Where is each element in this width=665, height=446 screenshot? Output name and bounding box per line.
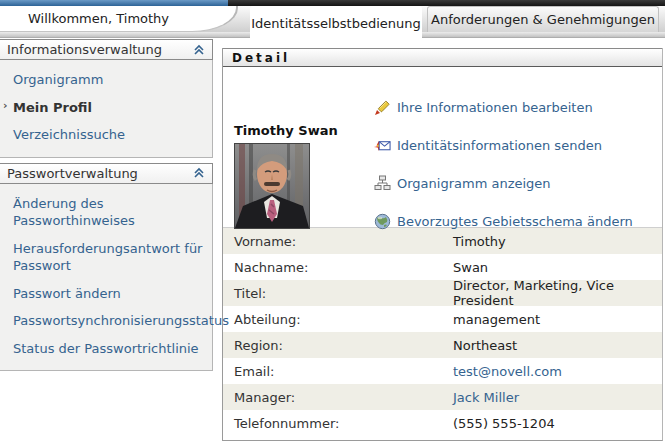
attribute-label: Nachname: bbox=[223, 260, 453, 275]
action-label: Ihre Informationen bearbeiten bbox=[397, 100, 593, 115]
detail-panel-header: Detail bbox=[223, 48, 662, 67]
sidebar-item[interactable]: ›Verzeichnissuche bbox=[0, 121, 212, 149]
sidebar-item[interactable]: ›Passwort ändern bbox=[0, 280, 212, 308]
attribute-value: Director, Marketing, Vice President bbox=[453, 278, 662, 308]
header: Willkommen, Timothy Identitätsselbstbedi… bbox=[0, 6, 665, 32]
org-chart-icon bbox=[373, 174, 391, 192]
attribute-row: Telefonnummer: (555) 555-1204 bbox=[223, 410, 662, 436]
attribute-row: Email: test@novell.com bbox=[223, 358, 662, 384]
attribute-row: Abteilung: management bbox=[223, 306, 662, 332]
action-link[interactable]: Bevorzugtes Gebietsschema ändern bbox=[373, 211, 633, 231]
sidebar-item-label: Passwort ändern bbox=[13, 286, 121, 301]
profile-actions: Ihre Informationen bearbeiten Identitäts… bbox=[373, 97, 633, 249]
sidebar-section: Informationsverwaltung ›Organigramm ›Mei… bbox=[0, 39, 213, 158]
attribute-value: (555) 555-1204 bbox=[453, 416, 662, 431]
globe-icon bbox=[373, 212, 391, 230]
sidebar-section-items: ›Organigramm ›Mein Profil ›Verzeichnissu… bbox=[0, 60, 213, 158]
tab-label: Anforderungen & Genehmigungen bbox=[431, 12, 655, 27]
chevron-double-up-icon[interactable] bbox=[192, 166, 206, 180]
sidebar-item[interactable]: ›Status der Passwortrichtlinie bbox=[0, 335, 212, 363]
sidebar-section: Passwortverwaltung ›Änderung des Passwor… bbox=[0, 163, 213, 372]
sidebar-section-title: Informationsverwaltung bbox=[7, 42, 192, 57]
attribute-value[interactable]: Jack Miller bbox=[453, 390, 662, 405]
attribute-row: Manager: Jack Miller bbox=[223, 384, 662, 410]
sidebar-item-label: Organigramm bbox=[13, 72, 103, 87]
attribute-label: Region: bbox=[223, 338, 453, 353]
current-item-marker: › bbox=[3, 99, 8, 114]
action-label: Bevorzugtes Gebietsschema ändern bbox=[397, 214, 633, 229]
identity-manager-app: Willkommen, Timothy Identitätsselbstbedi… bbox=[0, 0, 665, 446]
sidebar-item-label: Status der Passwortrichtlinie bbox=[13, 341, 199, 356]
detail-panel: Detail Timothy Swan bbox=[222, 48, 663, 441]
action-link[interactable]: Ihre Informationen bearbeiten bbox=[373, 97, 633, 117]
sidebar-item[interactable]: ›Änderung des Passworthinweises bbox=[0, 190, 212, 235]
panel-title: Detail bbox=[232, 51, 290, 65]
sidebar-section-header[interactable]: Informationsverwaltung bbox=[0, 39, 213, 60]
attribute-row: Region: Northeast bbox=[223, 332, 662, 358]
welcome-banner: Willkommen, Timothy bbox=[0, 6, 238, 32]
attribute-label: Manager: bbox=[223, 390, 453, 405]
action-link[interactable]: Organigramm anzeigen bbox=[373, 173, 633, 193]
action-link[interactable]: Identitätsinformationen senden bbox=[373, 135, 633, 155]
profile-section: Timothy Swan bbox=[223, 67, 662, 228]
sidebar-item-label: Mein Profil bbox=[13, 100, 92, 115]
attribute-value[interactable]: test@novell.com bbox=[453, 364, 662, 379]
action-label: Organigramm anzeigen bbox=[397, 176, 551, 191]
welcome-text: Willkommen, Timothy bbox=[28, 11, 169, 26]
sidebar-item-label: Passwortsynchronisierungsstatus bbox=[13, 313, 229, 328]
attribute-label: Titel: bbox=[223, 286, 453, 301]
chevron-double-up-icon[interactable] bbox=[192, 43, 206, 57]
tab-bar: Identitätsselbstbedienung Anforderungen … bbox=[250, 6, 665, 32]
action-label: Identitätsinformationen senden bbox=[397, 138, 602, 153]
sidebar-item-label: Änderung des Passworthinweises bbox=[13, 196, 135, 229]
sidebar-item[interactable]: ›Herausforderungsantwort für Passwort bbox=[0, 235, 212, 280]
sidebar-item[interactable]: ›Organigramm bbox=[0, 66, 212, 94]
sidebar-item[interactable]: ›Mein Profil bbox=[0, 94, 212, 122]
attribute-label: Email: bbox=[223, 364, 453, 379]
attribute-row: Nachname: Swan bbox=[223, 254, 662, 280]
sidebar-item-label: Verzeichnissuche bbox=[13, 127, 125, 142]
tab-requests-approvals[interactable]: Anforderungen & Genehmigungen bbox=[427, 6, 659, 32]
sidebar: Informationsverwaltung ›Organigramm ›Mei… bbox=[0, 39, 213, 376]
profile-name: Timothy Swan bbox=[234, 123, 338, 138]
tab-label: Identitätsselbstbedienung bbox=[251, 16, 421, 31]
sidebar-item[interactable]: ›Passwortsynchronisierungsstatus bbox=[0, 307, 212, 335]
attribute-table: Vorname: Timothy Nachname: Swan Titel: D… bbox=[223, 228, 662, 436]
attribute-value: Northeast bbox=[453, 338, 662, 353]
attribute-label: Telefonnummer: bbox=[223, 416, 453, 431]
attribute-value: management bbox=[453, 312, 662, 327]
attribute-row: Titel: Director, Marketing, Vice Preside… bbox=[223, 280, 662, 306]
send-email-icon bbox=[373, 136, 391, 154]
attribute-value: Swan bbox=[453, 260, 662, 275]
sidebar-section-items: ›Änderung des Passworthinweises ›Herausf… bbox=[0, 184, 213, 372]
pencil-icon bbox=[373, 98, 391, 116]
sidebar-section-title: Passwortverwaltung bbox=[7, 166, 192, 181]
sidebar-item-label: Herausforderungsantwort für Passwort bbox=[13, 241, 202, 274]
sidebar-section-header[interactable]: Passwortverwaltung bbox=[0, 163, 213, 184]
attribute-label: Abteilung: bbox=[223, 312, 453, 327]
tab-identity-self-service[interactable]: Identitätsselbstbedienung bbox=[250, 6, 422, 40]
profile-photo bbox=[234, 143, 310, 229]
